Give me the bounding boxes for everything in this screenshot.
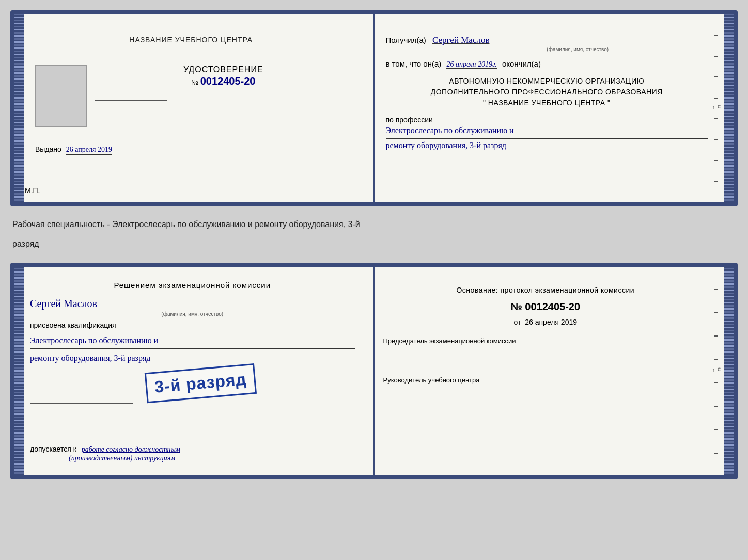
vydano-label: Выдано [35,145,61,153]
certificate-bottom: Решением экзаменационной комиссии Сергей… [10,263,738,479]
cert2-num-value: 0012405-20 [525,301,580,312]
dopuskaetsya-text: работе согласно должностным [82,445,180,453]
po-professii-block: по профессии Электрослесарь по обслужива… [386,116,708,153]
certificate-top: НАЗВАНИЕ УЧЕБНОГО ЦЕНТРА УДОСТОВЕРЕНИЕ №… [10,10,738,206]
photo-placeholder [35,65,87,127]
cert-number-top: 0012405-20 [200,75,256,87]
cert2-name: Сергей Маслов [30,298,355,311]
predsedatel-block: Председатель экзаменационной комиссии [383,337,708,360]
cert-bottom-right: Основание: протокол экзаменационной коми… [365,267,734,475]
texture-right-top [724,14,734,202]
recipient-name: Сергей Маслов [432,35,489,46]
profession-line2-top: ремонту оборудования, 3-й разряд [386,139,708,154]
osnovaniye-text: Основание: протокол экзаменационной коми… [383,285,708,296]
predsedatel-signature-line [383,348,445,358]
received-line: Получил(а) Сергей Маслов – (фамилия, имя… [386,35,708,52]
vtom-date: 26 апреля 2019г. [446,60,496,69]
rukovoditel-label: Руководитель учебного центра [383,376,708,385]
page-wrapper: НАЗВАНИЕ УЧЕБНОГО ЦЕНТРА УДОСТОВЕРЕНИЕ №… [10,10,738,479]
udostoverenie-label: УДОСТОВЕРЕНИЕ [95,65,352,74]
resheniye-title: Решением экзаменационной комиссии [30,280,355,291]
predsedatel-label: Председатель экзаменационной комиссии [383,337,708,346]
vtom-label: в том, что он(а) [386,59,442,68]
cert-top-left: НАЗВАНИЕ УЧЕБНОГО ЦЕНТРА УДОСТОВЕРЕНИЕ №… [14,14,368,202]
cert-bottom-left: Решением экзаменационной комиссии Сергей… [14,267,365,475]
cert-top-title: НАЗВАНИЕ УЧЕБНОГО ЦЕНТРА [129,36,253,44]
fio-subtitle-top: (фамилия, имя, отчество) [448,46,708,52]
specialty-text2: разряд [10,234,738,254]
org-line1: АВТОНОМНУЮ НЕКОММЕРЧЕСКУЮ ОРГАНИЗАЦИЮ [386,76,708,87]
specialty-text: Рабочая специальность - Электрослесарь п… [10,215,738,234]
cert2-number: № 0012405-20 [383,301,708,313]
specialty-block: Рабочая специальность - Электрослесарь п… [10,215,738,254]
ot-prefix: от [513,318,521,326]
rukovoditel-signature-line [383,387,445,397]
rukovoditel-block: Руководитель учебного центра [383,376,708,399]
org-block: АВТОНОМНУЮ НЕКОММЕРЧЕСКУЮ ОРГАНИЗАЦИЮ ДО… [386,76,708,108]
received-label: Получил(а) [386,36,426,44]
dopuskaetsya-text2: (производственным) инструкциям [69,454,175,462]
dopuskaetsya-prefix: допускается к [30,445,76,453]
profession-line1-top: Электрослесарь по обслуживанию и [386,124,708,139]
mp-label: М.П. [25,186,40,195]
po-professii-label: по профессии [386,116,433,124]
cert2-fio-sub: (фамилия, имя, отчество) [30,311,355,317]
texture-right-bottom [724,267,734,475]
number-prefix: № [191,78,198,86]
cert2-num-prefix: № [510,301,522,312]
vtom-line: в том, что он(а) 26 апреля 2019г. окончи… [386,59,708,69]
dopuskaetsya-block: допускается к работе согласно должностны… [30,445,355,462]
okoncil-label: окончил(а) [502,59,541,68]
org-line2: ДОПОЛНИТЕЛЬНОГО ПРОФЕССИОНАЛЬНОГО ОБРАЗО… [386,87,708,98]
cert2-date: от 26 апреля 2019 [383,318,708,326]
vydano-date: 26 апреля 2019 [66,146,112,155]
udostoverenie-block: УДОСТОВЕРЕНИЕ № 0012405-20 [95,65,352,87]
ot-date-value: 26 апреля 2019 [525,318,577,326]
org-line3: " НАЗВАНИЕ УЧЕБНОГО ЦЕНТРА " [386,98,708,108]
cert-top-right: Получил(а) Сергей Маслов – (фамилия, имя… [368,14,734,202]
cert2-profession1: Электрослесарь по обслуживанию и [30,333,355,349]
cert2-profession2: ремонту оборудования, 3-й разряд [30,351,355,366]
prisvoyena-text: присвоена квалификация [30,321,355,329]
vydano-line: Выдано 26 апреля 2019 [35,145,112,154]
